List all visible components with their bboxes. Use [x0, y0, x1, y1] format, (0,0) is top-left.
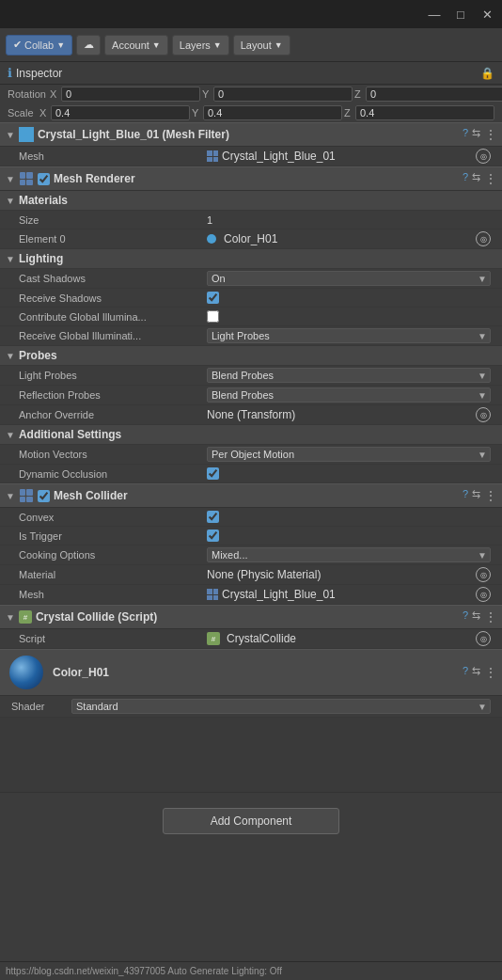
size-label: Size: [19, 214, 207, 226]
reflection-probes-label: Reflection Probes: [19, 389, 207, 401]
add-component-button[interactable]: Add Component: [163, 808, 340, 834]
statusbar-text: https://blog.csdn.net/weixin_43977005 Au…: [6, 966, 282, 976]
inspector-header: ℹ Inspector 🔒: [0, 62, 502, 85]
receive-gi-row: Receive Global Illuminati... Light Probe…: [0, 326, 502, 346]
close-button[interactable]: ✕: [479, 7, 494, 22]
color-sphere: [9, 656, 43, 689]
mesh-filter-settings-btn[interactable]: ⇆: [472, 127, 480, 142]
crystal-collide-header[interactable]: ▼ # Crystal Collide (Script) ? ⇆ ⋮: [0, 605, 502, 629]
reflection-probes-select[interactable]: Blend Probes Off Blend Probes and Skybox…: [207, 387, 491, 403]
is-trigger-checkbox[interactable]: [207, 530, 219, 542]
pin-icon[interactable]: 🔒: [480, 67, 494, 80]
dynamic-occlusion-checkbox[interactable]: [207, 467, 219, 480]
receive-shadows-checkbox[interactable]: [207, 292, 219, 304]
anchor-override-target-btn[interactable]: ◎: [476, 407, 491, 422]
scale-x-input[interactable]: [51, 105, 190, 120]
color-material-title: Color_H01: [53, 666, 457, 679]
script-label: Script: [19, 633, 207, 644]
receive-gi-select[interactable]: Light Probes Lightmaps: [207, 328, 491, 343]
dynamic-occlusion-label: Dynamic Occlusion: [19, 468, 207, 480]
collider-mesh-row: Mesh Crystal_Light_Blue_01 ◎: [0, 585, 502, 605]
rotation-y-input[interactable]: [213, 87, 353, 102]
mesh-renderer-info-btn[interactable]: ?: [463, 171, 468, 186]
mesh-filter-target-btn[interactable]: ◎: [476, 149, 491, 164]
scale-z-input[interactable]: [355, 105, 494, 120]
mesh-collider-info-btn[interactable]: ?: [463, 488, 468, 503]
collider-material-name: None (Physic Material): [207, 568, 321, 581]
anchor-override-value: None (Transform): [207, 408, 476, 421]
rotation-x-input[interactable]: [61, 87, 200, 102]
materials-triangle: ▼: [6, 196, 15, 206]
convex-label: Convex: [19, 512, 207, 523]
main-toolbar: ✔ Collab ▼ ☁ Account ▼ Layers ▼ Layout ▼: [0, 28, 502, 62]
rotation-z-input[interactable]: [366, 87, 502, 102]
lighting-section-header[interactable]: ▼ Lighting: [0, 249, 502, 269]
account-button[interactable]: Account ▼: [104, 35, 168, 55]
cooking-options-select-wrapper: Mixed... None Everything ▼: [207, 547, 491, 562]
rotation-x-label: X: [50, 88, 59, 100]
color-material-info-btn[interactable]: ?: [463, 665, 468, 680]
shader-select[interactable]: Standard: [71, 699, 491, 714]
color-material-header[interactable]: Color_H01 ? ⇆ ⋮: [0, 649, 502, 696]
mesh-filter-triangle: ▼: [6, 130, 15, 140]
mesh-renderer-settings-btn[interactable]: ⇆: [472, 171, 480, 186]
probes-section-header[interactable]: ▼ Probes: [0, 346, 502, 366]
account-label: Account: [112, 40, 149, 51]
color-material-settings-btn[interactable]: ⇆: [472, 665, 480, 680]
collider-material-label: Material: [19, 569, 207, 580]
layers-button[interactable]: Layers ▼: [172, 35, 229, 55]
motion-vectors-select[interactable]: Per Object Motion Camera Motion Only For…: [207, 447, 491, 462]
minimize-button[interactable]: —: [427, 7, 442, 22]
mesh-collider-title: Mesh Collider: [54, 489, 459, 502]
mesh-renderer-header[interactable]: ▼ Mesh Renderer ? ⇆ ⋮: [0, 166, 502, 191]
mesh-collider-checkbox[interactable]: [38, 490, 50, 502]
layout-button[interactable]: Layout ▼: [233, 35, 290, 55]
additional-settings-header[interactable]: ▼ Additional Settings: [0, 425, 502, 445]
rotation-y-label: Y: [202, 88, 212, 100]
materials-section-header[interactable]: ▼ Materials: [0, 191, 502, 211]
anchor-override-label: Anchor Override: [19, 409, 207, 420]
collider-material-target-btn[interactable]: ◎: [476, 567, 491, 582]
collider-mesh-grid-icon: [207, 589, 218, 600]
mesh-collider-menu-btn[interactable]: ⋮: [484, 488, 496, 503]
cast-shadows-select-wrapper: On Off Two Sided Shadows Only ▼: [207, 271, 491, 286]
light-probes-select[interactable]: Blend Probes Off Use Proxy Volume Custom…: [207, 368, 491, 383]
script-target-btn[interactable]: ◎: [476, 631, 491, 646]
crystal-collide-settings-btn[interactable]: ⇆: [472, 609, 480, 624]
collab-label: Collab: [24, 40, 54, 51]
cloud-icon: ☁: [84, 39, 94, 51]
layers-label: Layers: [180, 40, 211, 51]
mesh-collider-header[interactable]: ▼ Mesh Collider ? ⇆ ⋮: [0, 483, 502, 508]
scale-y-input[interactable]: [203, 105, 342, 120]
element0-dot: [207, 234, 216, 244]
convex-checkbox[interactable]: [207, 511, 219, 523]
shader-label: Shader: [11, 701, 68, 712]
inspector-info-icon: ℹ: [8, 66, 12, 80]
contribute-gi-checkbox[interactable]: [207, 310, 219, 323]
scale-x-label: X: [39, 107, 49, 119]
cooking-options-select[interactable]: Mixed... None Everything: [207, 547, 491, 562]
receive-shadows-label: Receive Shadows: [19, 292, 207, 304]
collider-mesh-label: Mesh: [19, 589, 207, 600]
mesh-filter-header[interactable]: ▼ Crystal_Light_Blue_01 (Mesh Filter) ? …: [0, 122, 502, 147]
cast-shadows-select[interactable]: On Off Two Sided Shadows Only: [207, 271, 491, 286]
mesh-filter-mesh-label: Mesh: [19, 150, 207, 162]
crystal-collide-title: Crystal Collide (Script): [36, 610, 459, 624]
crystal-collide-menu-btn[interactable]: ⋮: [484, 609, 496, 624]
mesh-renderer-menu-btn[interactable]: ⋮: [484, 171, 496, 186]
mesh-filter-info-btn[interactable]: ?: [463, 127, 468, 142]
element0-target-btn[interactable]: ◎: [476, 231, 491, 246]
maximize-button[interactable]: □: [453, 7, 468, 22]
layers-arrow: ▼: [213, 40, 222, 50]
mesh-filter-menu-btn[interactable]: ⋮: [484, 127, 496, 142]
size-value: 1: [207, 214, 491, 226]
collider-mesh-target-btn[interactable]: ◎: [476, 587, 491, 602]
crystal-collide-info-btn[interactable]: ?: [463, 609, 468, 624]
cloud-button[interactable]: ☁: [76, 35, 101, 55]
is-trigger-row: Is Trigger: [0, 527, 502, 545]
collab-button[interactable]: ✔ Collab ▼: [6, 35, 72, 55]
mesh-collider-settings-btn[interactable]: ⇆: [472, 488, 480, 503]
color-material-menu-btn[interactable]: ⋮: [484, 665, 496, 680]
mesh-renderer-checkbox[interactable]: [38, 173, 50, 185]
bottom-padding: [0, 849, 502, 887]
